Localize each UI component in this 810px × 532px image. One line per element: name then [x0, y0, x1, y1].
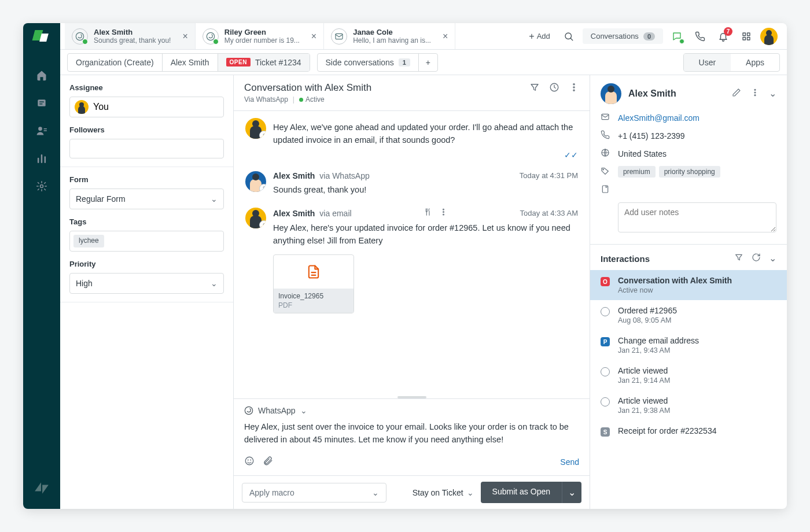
interactions-collapse-icon[interactable]: ⌄: [769, 253, 776, 264]
attach-icon[interactable]: [263, 456, 273, 468]
tags-field[interactable]: lychee: [69, 231, 224, 252]
edit-icon[interactable]: [732, 88, 741, 99]
bell-icon[interactable]: 7: [714, 27, 732, 46]
cutlery-icon[interactable]: [424, 208, 432, 219]
interaction-marker: S: [601, 427, 610, 437]
history-icon[interactable]: [549, 82, 559, 95]
current-user-avatar[interactable]: [760, 28, 778, 45]
interactions-filter-icon[interactable]: [734, 253, 743, 264]
refresh-icon[interactable]: [752, 253, 761, 264]
collapse-icon[interactable]: ⌄: [769, 88, 776, 99]
user-phone: +1 (415) 123-2399: [618, 131, 685, 141]
phone-icon[interactable]: [691, 27, 709, 46]
tags-label: Tags: [69, 217, 224, 226]
interaction-item[interactable]: Article viewedJan 21, 9:14 AM: [590, 360, 787, 390]
brand-logo: [34, 30, 50, 46]
right-tab-user[interactable]: User: [684, 54, 731, 71]
svg-point-17: [263, 223, 265, 225]
conversation-pane: Conversation with Alex Smith Via WhatsAp…: [234, 75, 590, 509]
priority-select[interactable]: High⌄: [69, 273, 224, 294]
svg-point-3: [76, 32, 83, 40]
svg-point-2: [41, 185, 43, 188]
email-icon: [331, 28, 347, 45]
nav-rail: [23, 23, 60, 509]
nav-reports[interactable]: [30, 147, 53, 170]
svg-point-13: [573, 87, 575, 88]
add-tab-button[interactable]: +Add: [524, 28, 554, 45]
interaction-marker: P: [601, 337, 610, 346]
whatsapp-icon: [72, 28, 88, 45]
message-avatar: [245, 171, 266, 192]
nav-settings[interactable]: [30, 175, 53, 198]
emoji-icon[interactable]: [244, 456, 255, 468]
assignee-field[interactable]: You: [69, 97, 224, 117]
whatsapp-icon: [203, 28, 219, 45]
svg-point-22: [245, 457, 253, 465]
tab-requester[interactable]: Alex Smith: [163, 54, 218, 71]
interaction-item[interactable]: P Change email addressJan 21, 9:43 AM: [590, 330, 787, 360]
right-tab-apps[interactable]: Apps: [731, 54, 779, 71]
channel-badge-icon: [259, 131, 266, 139]
filter-icon[interactable]: [529, 82, 540, 95]
interaction-item[interactable]: S Receipt for order #2232534: [590, 420, 787, 442]
form-select[interactable]: Regular Form⌄: [69, 189, 224, 209]
close-icon[interactable]: ×: [443, 32, 448, 41]
zendesk-logo: [34, 480, 50, 498]
submit-button[interactable]: Submit as Open⌄: [481, 482, 581, 503]
svg-point-26: [754, 92, 756, 93]
interaction-item[interactable]: Ordered #12965Aug 08, 9:05 AM: [590, 300, 787, 330]
user-avatar: [601, 83, 621, 104]
tab-ticket[interactable]: OPENTicket #1234: [218, 54, 310, 71]
user-email[interactable]: AlexSmith@gmail.com: [618, 113, 699, 123]
more-icon[interactable]: [569, 82, 579, 95]
user-more-icon[interactable]: [750, 88, 760, 99]
search-icon[interactable]: [559, 27, 578, 46]
followers-label: Followers: [69, 125, 224, 134]
channel-badge-icon: [259, 220, 266, 228]
conversations-count: 0: [643, 32, 655, 40]
close-icon[interactable]: ×: [311, 32, 316, 41]
svg-rect-8: [748, 33, 750, 36]
send-button[interactable]: Send: [560, 457, 579, 467]
apps-grid-icon[interactable]: [737, 27, 756, 46]
tag-icon: [601, 167, 610, 178]
tab-side-conversations[interactable]: Side conversations1: [318, 54, 419, 71]
composer-input[interactable]: Hey Alex, just sent over the invoice to …: [244, 421, 579, 448]
svg-point-12: [573, 84, 575, 85]
email-icon: [601, 112, 610, 123]
conversation-tab[interactable]: Riley GreenMy order number is 19... ×: [196, 23, 324, 49]
phone-field-icon: [601, 130, 610, 141]
user-tag-chip: premium: [618, 166, 656, 178]
user-pane: Alex Smith ⌄ AlexSmith@gmail.com +1 (415…: [590, 75, 787, 509]
msg-more-icon[interactable]: [439, 208, 448, 219]
message: Hey Alex, we've gone ahead and updated y…: [245, 118, 578, 160]
svg-point-23: [248, 460, 248, 460]
nav-users[interactable]: [30, 119, 53, 142]
composer-channel-select[interactable]: WhatsApp⌄: [244, 406, 579, 415]
followers-field[interactable]: [69, 139, 224, 158]
notes-icon: [601, 184, 610, 195]
conversation-tab[interactable]: Janae ColeHello, I am having an is... ×: [324, 23, 455, 49]
nav-home[interactable]: [30, 64, 53, 87]
conversation-tab[interactable]: Alex SmithSounds great, thank you! ×: [65, 23, 196, 49]
notification-badge: 7: [724, 27, 732, 36]
macro-select[interactable]: Apply macro⌄: [242, 483, 386, 503]
interaction-item[interactable]: Article viewedJan 21, 9:38 AM: [590, 390, 787, 420]
tabs-bar: Alex SmithSounds great, thank you! × Ril…: [60, 23, 787, 50]
attachment[interactable]: Invoice_12965PDF: [273, 254, 354, 313]
user-notes-input[interactable]: [618, 202, 776, 232]
tab-organization[interactable]: Organization (Create): [68, 54, 163, 71]
nav-inbox[interactable]: [30, 91, 53, 114]
composer: WhatsApp⌄ Hey Alex, just sent over the i…: [234, 398, 590, 475]
channel-badge-icon: [259, 184, 266, 192]
interactions-title: Interactions: [601, 254, 650, 264]
close-icon[interactable]: ×: [182, 32, 187, 41]
stay-on-ticket-button[interactable]: Stay on Ticket⌄: [413, 488, 474, 497]
add-side-conversation[interactable]: +: [419, 54, 437, 71]
svg-rect-7: [743, 33, 746, 36]
tag-chip: lychee: [73, 235, 104, 247]
interaction-item[interactable]: O Conversation with Alex SmithActive now: [590, 270, 787, 300]
chat-icon[interactable]: [668, 27, 686, 46]
submit-dropdown[interactable]: ⌄: [562, 482, 581, 503]
conversations-pill[interactable]: Conversations0: [583, 28, 663, 44]
